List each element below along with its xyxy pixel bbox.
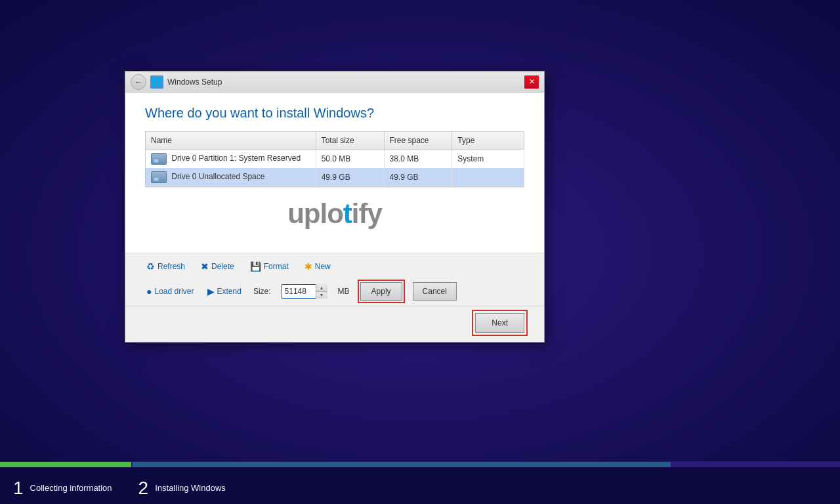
partition-free: 49.9 GB <box>384 168 452 187</box>
col-free-space: Free space <box>384 132 452 150</box>
table-row[interactable]: Drive 0 Unallocated Space 49.9 GB 49.9 G… <box>146 168 524 187</box>
step-2: 2 Installing Windows <box>125 479 239 497</box>
refresh-button[interactable]: ♻ Refresh <box>145 259 186 274</box>
partition-type <box>452 168 524 187</box>
format-icon: 💾 <box>250 261 261 272</box>
watermark-before: uplo <box>287 198 343 229</box>
format-button[interactable]: 💾 Format <box>249 259 290 274</box>
partition-total: 50.0 MB <box>316 150 384 169</box>
load-driver-icon: ● <box>146 286 152 297</box>
back-button[interactable]: ← <box>131 74 146 90</box>
dialog-heading: Where do you want to install Windows? <box>145 106 524 121</box>
size-input-wrapper: ▲ ▼ <box>282 284 327 299</box>
extend-icon: ▶ <box>207 286 215 297</box>
action-row-2: ● Load driver ▶ Extend Size: ▲ ▼ MB Appl… <box>125 280 544 306</box>
cancel-button[interactable]: Cancel <box>413 282 457 301</box>
load-driver-button[interactable]: ● Load driver <box>145 284 196 299</box>
refresh-icon: ♻ <box>146 261 155 272</box>
step-1-number: 1 <box>13 479 24 497</box>
dialog-titlebar: ← Windows Setup ✕ <box>125 72 544 93</box>
col-total-size: Total size <box>316 132 384 150</box>
dialog-body: Where do you want to install Windows? Na… <box>125 93 544 253</box>
watermark-after: ify <box>352 198 382 229</box>
progress-track <box>0 462 840 467</box>
drive-icon <box>151 171 167 183</box>
windows-setup-dialog: ← Windows Setup ✕ Where do you want to i… <box>125 71 545 343</box>
progress-segment-installing <box>133 462 671 467</box>
apply-button[interactable]: Apply <box>360 282 402 301</box>
step-2-label: Installing Windows <box>155 483 226 493</box>
svg-rect-3 <box>158 83 161 87</box>
step-1-label: Collecting information <box>30 483 112 493</box>
new-icon: ✱ <box>304 261 312 272</box>
steps-row: 1 Collecting information 2 Installing Wi… <box>0 467 840 504</box>
size-spinner: ▲ ▼ <box>316 284 327 299</box>
svg-rect-1 <box>158 77 161 81</box>
delete-icon: ✖ <box>201 261 209 272</box>
close-button[interactable]: ✕ <box>524 75 539 89</box>
partition-total: 49.9 GB <box>316 168 384 187</box>
step-2-number: 2 <box>138 479 149 497</box>
windows-icon <box>150 75 163 89</box>
spinner-up-button[interactable]: ▲ <box>316 284 327 292</box>
partition-name: Drive 0 Unallocated Space <box>146 168 316 187</box>
step-1: 1 Collecting information <box>0 479 125 497</box>
drive-icon <box>151 153 167 165</box>
watermark: uplotify <box>287 198 382 230</box>
watermark-highlight: t <box>343 198 352 229</box>
col-name: Name <box>146 132 316 150</box>
bottom-bar: 1 Collecting information 2 Installing Wi… <box>0 461 840 504</box>
watermark-area: uplotify <box>145 187 524 240</box>
svg-rect-2 <box>152 83 156 87</box>
size-unit: MB <box>338 287 350 296</box>
partition-free: 38.0 MB <box>384 150 452 169</box>
svg-rect-0 <box>152 77 156 81</box>
progress-segment-collecting <box>0 462 131 467</box>
partition-name: Drive 0 Partition 1: System Reserved <box>146 150 316 169</box>
table-row[interactable]: Drive 0 Partition 1: System Reserved 50.… <box>146 150 524 169</box>
size-label: Size: <box>253 287 271 296</box>
delete-button[interactable]: ✖ Delete <box>200 259 236 274</box>
partition-table: Name Total size Free space Type Drive 0 … <box>145 131 524 187</box>
dialog-title: Windows Setup <box>167 77 520 87</box>
new-button[interactable]: ✱ New <box>303 259 332 274</box>
next-button[interactable]: Next <box>475 313 524 333</box>
action-row-1: ♻ Refresh ✖ Delete 💾 Format ✱ New <box>125 253 544 280</box>
extend-button[interactable]: ▶ Extend <box>206 284 243 299</box>
col-type: Type <box>452 132 524 150</box>
partition-type: System <box>452 150 524 169</box>
spinner-down-button[interactable]: ▼ <box>316 292 327 299</box>
next-row: Next <box>125 306 544 342</box>
